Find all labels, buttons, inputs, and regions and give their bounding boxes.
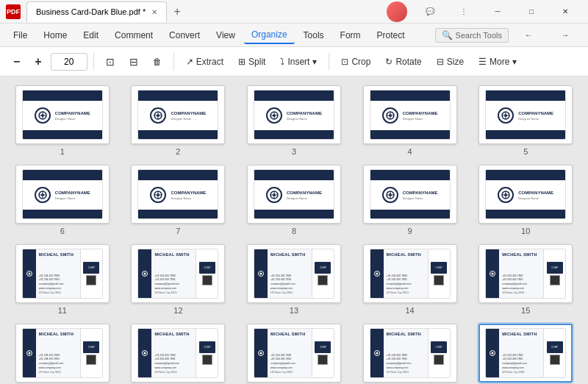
page-thumbnail[interactable]: COMPANYNAMEDesigner Name <box>363 165 457 224</box>
page-item[interactable]: COMPANYNAMEDesigner Name9 <box>356 165 464 235</box>
menu-edit[interactable]: Edit <box>76 27 106 43</box>
profile-icon[interactable] <box>387 1 407 22</box>
svg-rect-176 <box>326 361 326 362</box>
page-item[interactable]: MICHEAL SMITH +01 234 456 7890 +01 234 4… <box>472 324 579 384</box>
page-thumbnail[interactable]: MICHEAL SMITH +01 234 456 7890 +01 234 4… <box>478 324 573 383</box>
page-item[interactable]: MICHEAL SMITH +01 234 456 7890 +01 234 4… <box>9 244 116 315</box>
insert-button[interactable]: ⤵ Insert ▾ <box>274 54 323 70</box>
svg-rect-112 <box>436 282 437 283</box>
page-item[interactable]: MICHEAL SMITH +01 234 456 7890 +01 234 4… <box>472 244 579 315</box>
page-thumbnail[interactable]: COMPANYNAMEDesigner Name <box>247 165 341 224</box>
page-thumbnail[interactable]: COMPANYNAMEDesigner Name <box>478 85 573 144</box>
zoom-in-button[interactable]: + <box>29 52 47 71</box>
page-item[interactable]: MICHEAL SMITH +01 234 456 7890 +01 234 4… <box>356 244 464 315</box>
delete-icon: 🗑 <box>153 57 162 67</box>
page-thumbnail[interactable]: MICHEAL SMITH +01 234 456 7890 +01 234 4… <box>131 244 225 303</box>
page-thumbnail[interactable]: MICHEAL SMITH +01 234 456 7890 +01 234 4… <box>247 324 341 383</box>
search-icon: 🔍 <box>442 30 453 40</box>
page-thumbnail[interactable]: MICHEAL SMITH +01 234 456 7890 +01 234 4… <box>363 244 457 303</box>
page-thumbnail[interactable]: COMPANYNAMEDesigner Name <box>247 85 341 144</box>
chat-button[interactable]: 💬 <box>413 0 447 24</box>
svg-rect-86 <box>210 282 211 282</box>
maximize-button[interactable]: □ <box>514 0 548 24</box>
svg-rect-146 <box>94 361 95 362</box>
crop-icon: ⊡ <box>341 57 348 67</box>
svg-point-31 <box>41 193 44 196</box>
page-thumbnail[interactable]: COMPANYNAMEDesigner Name <box>15 85 110 144</box>
page-item[interactable]: COMPANYNAMEDesigner Name1 <box>9 85 116 156</box>
menu-tools[interactable]: Tools <box>296 27 331 43</box>
page-thumbnail[interactable]: COMPANYNAMEDesigner Name <box>478 165 573 224</box>
business-card-info: MICHEAL SMITH +01 234 456 7890 +01 234 4… <box>137 249 218 299</box>
zoom-out-button[interactable]: − <box>7 52 26 71</box>
page-thumbnail[interactable]: COMPANYNAMEDesigner Name <box>131 165 225 224</box>
minimize-button[interactable]: ─ <box>481 0 514 24</box>
page-item[interactable]: MICHEAL SMITH +01 234 456 7890 +01 234 4… <box>125 244 232 315</box>
extract-button[interactable]: ↗ Extract <box>180 54 229 70</box>
page-item[interactable]: COMPANYNAMEDesigner Name4 <box>356 85 464 156</box>
page-thumbnail[interactable]: COMPANYNAMEDesigner Name <box>15 165 110 224</box>
search-tools-area[interactable]: 🔍 Search Tools <box>435 28 509 43</box>
svg-rect-191 <box>442 361 442 362</box>
menu-view[interactable]: View <box>209 27 243 43</box>
size-button[interactable]: ⊟ Size <box>431 54 470 70</box>
svg-rect-140 <box>93 357 94 358</box>
svg-rect-177 <box>323 362 324 363</box>
svg-point-25 <box>504 114 507 117</box>
split-button[interactable]: ⊞ Split <box>232 54 271 70</box>
page-item[interactable]: MICHEAL SMITH +01 234 456 7890 +01 234 4… <box>240 324 348 384</box>
page-thumbnail[interactable]: MICHEAL SMITH +01 234 456 7890 +01 234 4… <box>478 244 573 303</box>
back-button[interactable]: ← <box>512 24 545 47</box>
tab-close-button[interactable]: ✕ <box>151 8 157 16</box>
svg-rect-82 <box>204 282 206 283</box>
crop-button[interactable]: ⊡ Crop <box>335 54 376 70</box>
page-thumbnail[interactable]: MICHEAL SMITH +01 234 456 7890 +01 234 4… <box>131 324 225 383</box>
page-item[interactable]: COMPANYNAMEDesigner Name10 <box>472 165 579 235</box>
svg-rect-70 <box>93 282 93 282</box>
svg-rect-157 <box>204 361 206 363</box>
forward-button[interactable]: → <box>548 24 582 47</box>
page-item[interactable]: COMPANYNAMEDesigner Name5 <box>472 85 579 156</box>
menu-button[interactable]: ⋮ <box>447 0 481 24</box>
page-item[interactable]: COMPANYNAMEDesigner Name8 <box>240 165 348 235</box>
menu-protect[interactable]: Protect <box>370 27 412 43</box>
fit-page-button[interactable]: ⊡ <box>100 53 121 71</box>
fit-width-button[interactable]: ⊟ <box>123 53 144 71</box>
svg-rect-65 <box>93 277 94 279</box>
page-item[interactable]: MICHEAL SMITH +01 234 456 7890 +01 234 4… <box>125 324 232 384</box>
page-item[interactable]: COMPANYNAMEDesigner Name3 <box>240 85 348 156</box>
split-label: Split <box>248 57 265 67</box>
page-thumbnail[interactable]: MICHEAL SMITH +01 234 456 7890 +01 234 4… <box>247 244 341 303</box>
page-item[interactable]: COMPANYNAMEDesigner Name7 <box>125 165 232 235</box>
menu-form[interactable]: Form <box>333 27 368 43</box>
svg-rect-170 <box>324 357 326 358</box>
page-item[interactable]: MICHEAL SMITH +01 234 456 7890 +01 234 4… <box>356 324 464 384</box>
page-thumbnail[interactable]: COMPANYNAMEDesigner Name <box>131 85 225 144</box>
svg-rect-103 <box>325 282 326 283</box>
more-dropdown-icon: ▾ <box>512 57 517 67</box>
delete-button[interactable]: 🗑 <box>147 54 168 70</box>
rotate-label: Rotate <box>395 57 421 67</box>
page-item[interactable]: COMPANYNAMEDesigner Name2 <box>125 85 232 156</box>
menu-file[interactable]: File <box>6 27 35 43</box>
menu-convert[interactable]: Convert <box>162 27 207 43</box>
more-button[interactable]: ☰ More ▾ <box>473 54 523 70</box>
zoom-input[interactable] <box>51 53 87 71</box>
menu-organize[interactable]: Organize <box>244 26 295 44</box>
menu-home[interactable]: Home <box>36 27 74 43</box>
page-item[interactable]: MICHEAL SMITH +01 234 456 7890 +01 234 4… <box>9 324 116 384</box>
page-item[interactable]: MICHEAL SMITH +01 234 456 7890 +01 234 4… <box>240 244 348 315</box>
svg-rect-158 <box>208 360 209 361</box>
menu-comment[interactable]: Comment <box>107 27 160 43</box>
page-thumbnail[interactable]: MICHEAL SMITH +01 234 456 7890 +01 234 4… <box>15 244 110 303</box>
add-tab-button[interactable]: + <box>168 3 186 21</box>
page-item[interactable]: COMPANYNAMEDesigner Name6 <box>9 165 116 235</box>
svg-point-136 <box>28 352 30 355</box>
page-thumbnail[interactable]: COMPANYNAMEDesigner Name <box>363 85 457 144</box>
insert-icon: ⤵ <box>280 57 284 67</box>
rotate-button[interactable]: ↻ Rotate <box>379 54 427 70</box>
page-thumbnail[interactable]: MICHEAL SMITH +01 234 456 7890 +01 234 4… <box>363 324 457 383</box>
close-button[interactable]: ✕ <box>548 0 582 24</box>
active-tab[interactable]: Business Card-Dark Blue.pdf * ✕ <box>26 1 167 22</box>
page-thumbnail[interactable]: MICHEAL SMITH +01 234 456 7890 +01 234 4… <box>15 324 110 383</box>
